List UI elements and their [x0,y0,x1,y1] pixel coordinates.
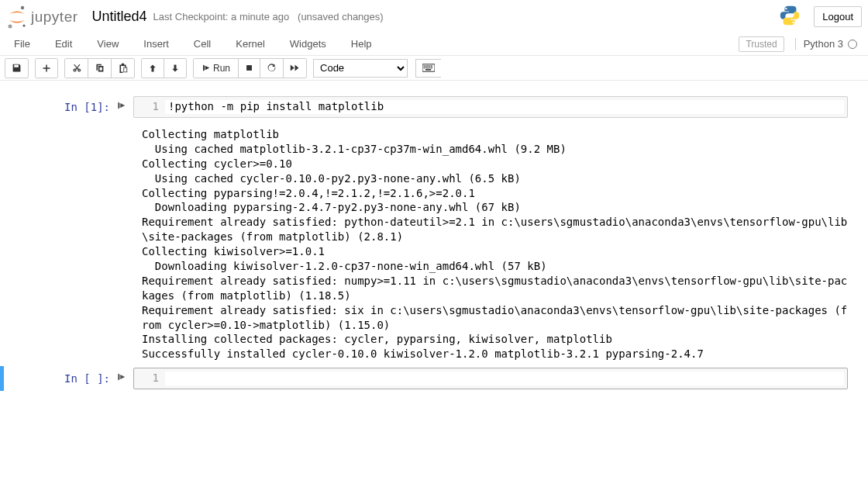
menu-cell[interactable]: Cell [186,35,219,53]
cell-output: Collecting matplotlib Using cached matpl… [129,123,868,366]
paste-cell-button[interactable] [112,59,134,78]
svg-rect-16 [431,67,432,69]
svg-rect-10 [429,65,431,67]
interrupt-kernel-button[interactable] [239,59,260,78]
checkpoint-status: Last Checkpoint: a minute ago (unsaved c… [153,11,384,22]
input-prompt: In [1]: [64,101,110,113]
run-cell-button[interactable]: Run [194,59,239,78]
svg-rect-14 [427,67,429,69]
menu-edit[interactable]: Edit [47,35,80,53]
jupyter-logo[interactable]: jupyter [6,5,78,29]
menu-help[interactable]: Help [343,35,380,53]
svg-rect-9 [427,65,429,67]
menu-view[interactable]: View [89,35,126,53]
python-logo-icon [778,4,801,29]
copy-cell-button[interactable] [88,59,112,78]
command-palette-button[interactable] [415,59,441,78]
run-icon [202,64,210,72]
cell-type-select[interactable]: Code [313,59,408,78]
stop-icon [245,64,253,72]
kernel-indicator[interactable]: Python 3 [795,38,862,50]
svg-point-2 [22,24,25,26]
paste-icon [118,63,128,73]
logout-button[interactable]: Logout [814,6,862,27]
refresh-icon [267,63,277,73]
notebook-name[interactable]: Untitled4 [92,9,147,25]
arrow-down-icon [170,64,180,73]
svg-rect-8 [425,65,427,67]
svg-rect-5 [246,65,252,71]
fast-forward-icon [290,64,300,72]
menu-widgets[interactable]: Widgets [282,35,334,53]
code-input-area[interactable]: 1 !python -m pip install matplotlib [133,96,848,118]
svg-point-0 [21,5,24,9]
code-cell[interactable]: In [ ]: 1 [0,366,868,391]
trusted-indicator[interactable]: Trusted [739,36,784,52]
svg-point-1 [9,24,12,28]
code-text[interactable]: !python -m pip install matplotlib [165,100,844,114]
arrow-up-icon [148,64,157,73]
svg-rect-11 [431,65,432,67]
move-cell-down-button[interactable] [164,59,186,78]
move-cell-up-button[interactable] [142,59,164,78]
svg-point-4 [793,22,794,23]
plus-icon [42,64,51,73]
copy-icon [95,63,105,73]
save-button[interactable] [5,59,28,78]
code-input-area[interactable]: 1 [133,368,848,389]
code-cell[interactable]: In [1]: 1 !python -m pip install matplot… [0,95,868,119]
run-this-cell-icon[interactable] [116,368,133,389]
save-icon [12,63,22,73]
line-number: 1 [137,100,165,114]
svg-rect-12 [424,67,425,69]
svg-point-3 [785,8,787,9]
line-number: 1 [137,372,165,385]
svg-rect-7 [424,65,425,67]
keyboard-icon [422,64,435,72]
svg-rect-13 [425,67,427,69]
kernel-idle-icon [848,40,857,49]
restart-run-all-button[interactable] [284,59,306,78]
code-text[interactable] [165,372,844,385]
restart-kernel-button[interactable] [260,59,284,78]
svg-rect-17 [425,69,431,71]
cut-cell-button[interactable] [65,59,88,78]
run-this-cell-icon[interactable] [116,96,133,118]
input-prompt: In [ ]: [64,372,110,385]
svg-rect-15 [429,67,431,69]
insert-cell-below-button[interactable] [36,59,57,78]
scissors-icon [71,63,81,73]
menu-file[interactable]: File [6,35,38,53]
menu-kernel[interactable]: Kernel [228,35,273,53]
menu-insert[interactable]: Insert [136,35,177,53]
jupyter-brand-text: jupyter [31,9,78,26]
